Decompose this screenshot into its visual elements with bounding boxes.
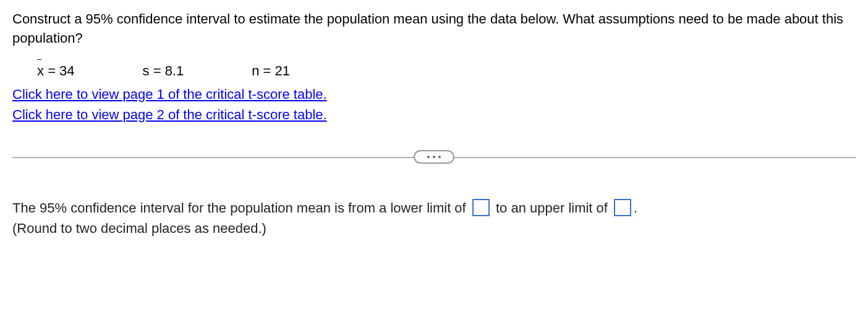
n-value: n = 21: [252, 63, 290, 79]
question-prompt: Construct a 95% confidence interval to e…: [12, 10, 856, 48]
answer-suffix: .: [634, 200, 637, 216]
round-note: (Round to two decimal places as needed.): [12, 221, 856, 237]
dot-icon: [438, 156, 441, 158]
lower-limit-input[interactable]: [472, 199, 490, 216]
dot-icon: [427, 156, 430, 158]
upper-limit-input[interactable]: [614, 199, 631, 216]
data-row: x = 34 s = 8.1 n = 21: [37, 63, 856, 79]
t-table-page1-link[interactable]: Click here to view page 1 of the critica…: [12, 84, 856, 104]
answer-sentence: The 95% confidence interval for the popu…: [12, 195, 856, 221]
dot-icon: [433, 156, 435, 158]
answer-middle: to an upper limit of: [496, 200, 608, 216]
xbar-value: x = 34: [37, 63, 75, 79]
section-divider: [12, 149, 856, 164]
answer-prefix: The 95% confidence interval for the popu…: [12, 200, 466, 216]
s-value: s = 8.1: [143, 63, 184, 79]
xbar-symbol: x: [37, 63, 44, 79]
t-table-page2-link[interactable]: Click here to view page 2 of the critica…: [12, 104, 856, 125]
expand-pill-button[interactable]: [414, 150, 454, 164]
